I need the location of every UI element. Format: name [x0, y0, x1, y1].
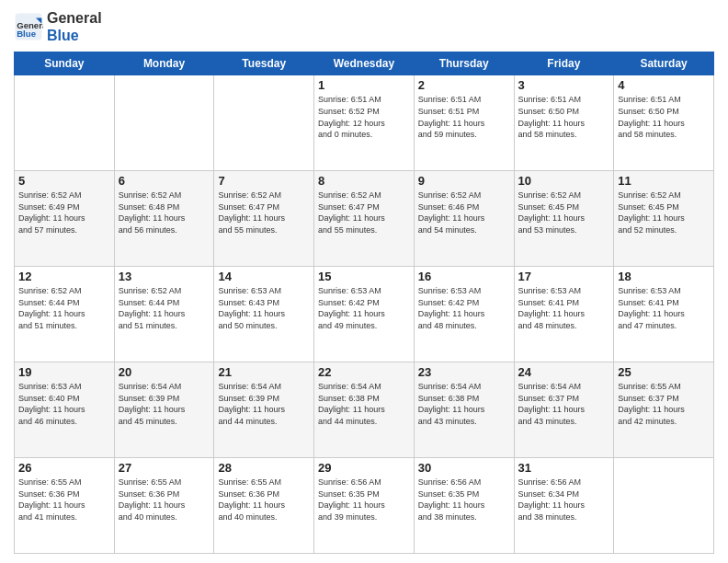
calendar-cell: 8Sunrise: 6:52 AM Sunset: 6:47 PM Daylig… — [314, 171, 415, 267]
day-info: Sunrise: 6:55 AM Sunset: 6:36 PM Dayligh… — [18, 477, 110, 523]
day-info: Sunrise: 6:51 AM Sunset: 6:51 PM Dayligh… — [418, 94, 510, 140]
day-info: Sunrise: 6:51 AM Sunset: 6:50 PM Dayligh… — [618, 94, 710, 140]
day-info: Sunrise: 6:55 AM Sunset: 6:36 PM Dayligh… — [218, 477, 310, 523]
day-number: 23 — [418, 365, 510, 379]
logo-blue: Blue — [47, 28, 79, 43]
page: General Blue General Blue SundayMondayTu… — [0, 0, 728, 563]
calendar-table: SundayMondayTuesdayWednesdayThursdayFrid… — [14, 52, 714, 554]
calendar-cell: 6Sunrise: 6:52 AM Sunset: 6:48 PM Daylig… — [114, 171, 214, 267]
day-info: Sunrise: 6:52 AM Sunset: 6:45 PM Dayligh… — [518, 190, 610, 236]
day-info: Sunrise: 6:54 AM Sunset: 6:39 PM Dayligh… — [218, 381, 310, 427]
day-info: Sunrise: 6:54 AM Sunset: 6:37 PM Dayligh… — [518, 381, 610, 427]
day-info: Sunrise: 6:53 AM Sunset: 6:42 PM Dayligh… — [418, 285, 510, 331]
day-info: Sunrise: 6:56 AM Sunset: 6:35 PM Dayligh… — [318, 477, 410, 523]
calendar-cell: 9Sunrise: 6:52 AM Sunset: 6:46 PM Daylig… — [414, 171, 514, 267]
day-info: Sunrise: 6:53 AM Sunset: 6:41 PM Dayligh… — [618, 285, 710, 331]
day-number: 15 — [318, 270, 410, 283]
day-number: 11 — [618, 174, 710, 188]
day-info: Sunrise: 6:52 AM Sunset: 6:46 PM Dayligh… — [418, 190, 510, 236]
day-number: 28 — [218, 461, 310, 475]
calendar-cell: 16Sunrise: 6:53 AM Sunset: 6:42 PM Dayli… — [414, 267, 514, 362]
weekday-header: Monday — [114, 52, 214, 75]
calendar-cell: 26Sunrise: 6:55 AM Sunset: 6:36 PM Dayli… — [15, 458, 115, 554]
day-info: Sunrise: 6:54 AM Sunset: 6:38 PM Dayligh… — [418, 381, 510, 427]
calendar-cell: 5Sunrise: 6:52 AM Sunset: 6:49 PM Daylig… — [15, 171, 115, 267]
day-number: 18 — [618, 270, 710, 283]
day-info: Sunrise: 6:52 AM Sunset: 6:47 PM Dayligh… — [318, 190, 410, 236]
day-number: 27 — [119, 461, 210, 475]
day-info: Sunrise: 6:54 AM Sunset: 6:39 PM Dayligh… — [119, 381, 210, 427]
calendar-cell: 29Sunrise: 6:56 AM Sunset: 6:35 PM Dayli… — [314, 458, 415, 554]
weekday-header: Friday — [514, 52, 614, 75]
day-info: Sunrise: 6:51 AM Sunset: 6:52 PM Dayligh… — [318, 94, 410, 140]
calendar-cell: 7Sunrise: 6:52 AM Sunset: 6:47 PM Daylig… — [214, 171, 314, 267]
day-number: 19 — [18, 365, 110, 379]
day-info: Sunrise: 6:52 AM Sunset: 6:47 PM Dayligh… — [218, 190, 310, 236]
day-info: Sunrise: 6:55 AM Sunset: 6:37 PM Dayligh… — [618, 381, 710, 427]
day-number: 17 — [518, 270, 610, 283]
calendar-cell: 10Sunrise: 6:52 AM Sunset: 6:45 PM Dayli… — [514, 171, 614, 267]
day-info: Sunrise: 6:54 AM Sunset: 6:38 PM Dayligh… — [318, 381, 410, 427]
day-info: Sunrise: 6:51 AM Sunset: 6:50 PM Dayligh… — [518, 94, 610, 140]
day-number: 5 — [18, 174, 110, 188]
calendar-cell — [614, 458, 714, 554]
calendar-cell: 13Sunrise: 6:52 AM Sunset: 6:44 PM Dayli… — [114, 267, 214, 362]
day-info: Sunrise: 6:52 AM Sunset: 6:44 PM Dayligh… — [119, 285, 210, 331]
svg-text:Blue: Blue — [17, 29, 36, 39]
day-number: 31 — [518, 461, 610, 475]
day-info: Sunrise: 6:52 AM Sunset: 6:49 PM Dayligh… — [18, 190, 110, 236]
calendar-cell: 23Sunrise: 6:54 AM Sunset: 6:38 PM Dayli… — [414, 362, 514, 458]
calendar-cell: 18Sunrise: 6:53 AM Sunset: 6:41 PM Dayli… — [614, 267, 714, 362]
day-number: 29 — [318, 461, 410, 475]
calendar-cell: 20Sunrise: 6:54 AM Sunset: 6:39 PM Dayli… — [114, 362, 214, 458]
weekday-header: Tuesday — [214, 52, 314, 75]
weekday-header: Saturday — [614, 52, 714, 75]
calendar-cell: 24Sunrise: 6:54 AM Sunset: 6:37 PM Dayli… — [514, 362, 614, 458]
calendar-cell: 12Sunrise: 6:52 AM Sunset: 6:44 PM Dayli… — [15, 267, 115, 362]
calendar-cell: 17Sunrise: 6:53 AM Sunset: 6:41 PM Dayli… — [514, 267, 614, 362]
header: General Blue General Blue — [14, 9, 714, 44]
logo: General Blue General Blue — [14, 9, 102, 44]
day-number: 6 — [119, 174, 210, 188]
calendar-cell: 3Sunrise: 6:51 AM Sunset: 6:50 PM Daylig… — [514, 75, 614, 171]
calendar-cell: 1Sunrise: 6:51 AM Sunset: 6:52 PM Daylig… — [314, 75, 415, 171]
calendar-cell: 21Sunrise: 6:54 AM Sunset: 6:39 PM Dayli… — [214, 362, 314, 458]
day-info: Sunrise: 6:56 AM Sunset: 6:35 PM Dayligh… — [418, 477, 510, 523]
day-number: 25 — [618, 365, 710, 379]
calendar-cell: 28Sunrise: 6:55 AM Sunset: 6:36 PM Dayli… — [214, 458, 314, 554]
calendar-cell: 25Sunrise: 6:55 AM Sunset: 6:37 PM Dayli… — [614, 362, 714, 458]
logo-general: General — [47, 10, 102, 26]
day-number: 8 — [318, 174, 410, 188]
day-info: Sunrise: 6:53 AM Sunset: 6:42 PM Dayligh… — [318, 285, 410, 331]
weekday-header: Wednesday — [314, 52, 415, 75]
calendar-cell: 11Sunrise: 6:52 AM Sunset: 6:45 PM Dayli… — [614, 171, 714, 267]
day-info: Sunrise: 6:52 AM Sunset: 6:45 PM Dayligh… — [618, 190, 710, 236]
day-info: Sunrise: 6:56 AM Sunset: 6:34 PM Dayligh… — [518, 477, 610, 523]
day-info: Sunrise: 6:53 AM Sunset: 6:43 PM Dayligh… — [218, 285, 310, 331]
day-info: Sunrise: 6:53 AM Sunset: 6:40 PM Dayligh… — [18, 381, 110, 427]
calendar-cell: 4Sunrise: 6:51 AM Sunset: 6:50 PM Daylig… — [614, 75, 714, 171]
day-number: 13 — [119, 270, 210, 283]
day-number: 7 — [218, 174, 310, 188]
calendar-cell: 27Sunrise: 6:55 AM Sunset: 6:36 PM Dayli… — [114, 458, 214, 554]
day-number: 9 — [418, 174, 510, 188]
day-number: 24 — [518, 365, 610, 379]
day-number: 30 — [418, 461, 510, 475]
calendar-cell: 22Sunrise: 6:54 AM Sunset: 6:38 PM Dayli… — [314, 362, 415, 458]
day-number: 2 — [418, 78, 510, 92]
logo-icon: General Blue — [14, 12, 43, 41]
calendar-cell: 14Sunrise: 6:53 AM Sunset: 6:43 PM Dayli… — [214, 267, 314, 362]
day-number: 12 — [18, 270, 110, 283]
day-number: 20 — [119, 365, 210, 379]
day-number: 22 — [318, 365, 410, 379]
calendar-cell: 15Sunrise: 6:53 AM Sunset: 6:42 PM Dayli… — [314, 267, 415, 362]
calendar-cell: 30Sunrise: 6:56 AM Sunset: 6:35 PM Dayli… — [414, 458, 514, 554]
day-number: 16 — [418, 270, 510, 283]
day-number: 26 — [18, 461, 110, 475]
day-number: 10 — [518, 174, 610, 188]
calendar-cell: 19Sunrise: 6:53 AM Sunset: 6:40 PM Dayli… — [15, 362, 115, 458]
day-number: 1 — [318, 78, 410, 92]
day-number: 4 — [618, 78, 710, 92]
calendar-cell: 31Sunrise: 6:56 AM Sunset: 6:34 PM Dayli… — [514, 458, 614, 554]
day-number: 3 — [518, 78, 610, 92]
